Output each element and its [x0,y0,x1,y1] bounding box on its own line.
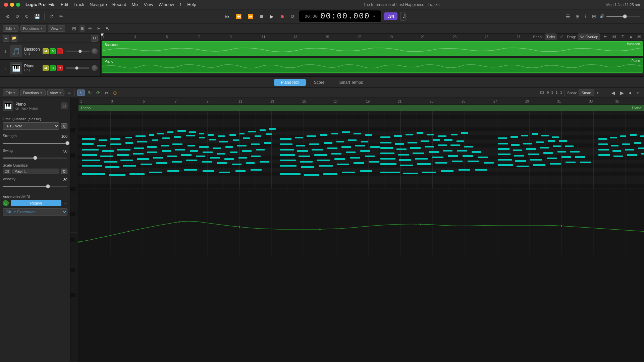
ruler-btn4[interactable]: ● [628,34,634,40]
ruler-btn1[interactable]: ⊢ [602,34,609,40]
ruler-btn5[interactable]: ○ [636,34,641,40]
velocity-slider[interactable] [3,184,67,189]
tracks-view-btn[interactable]: View ▼ [48,25,65,32]
pr-collapse-btn[interactable]: ≡ [66,89,72,97]
pr-ruler-btn1[interactable]: ⊢ [601,89,608,97]
fast-forward-btn[interactable]: ⏩ [246,13,255,20]
list-view-btn2[interactable]: ≡ [79,25,85,32]
undo-icon-btn[interactable]: ↺ [14,13,21,20]
notes-grid[interactable] [78,111,644,188]
tab-piano-roll[interactable]: Piano Roll [274,79,306,86]
add-track-btn[interactable]: + [3,35,9,42]
velocity-thumb[interactable] [46,184,50,188]
mixer-btn[interactable]: ⊞ [574,13,581,20]
pr-loop-btn[interactable]: ↻ [87,89,93,96]
pr-loop2-btn[interactable]: ⟳ [95,89,102,96]
record-btn[interactable]: ⏺ [278,13,286,20]
menu-file[interactable]: File [48,2,55,7]
swing-thumb[interactable] [33,156,37,160]
menu-help[interactable]: Help [187,2,196,7]
save-icon-btn[interactable]: 💾 [33,13,42,20]
pr-pointer-btn[interactable]: ↖ [77,89,85,96]
menu-edit[interactable]: Edit [61,2,68,7]
pencil-icon-btn[interactable]: ✏ [57,13,65,20]
metronome-button[interactable]: 𝅘𝅥𝅮 [400,12,406,21]
menu-view[interactable]: View [144,2,153,7]
time-quantize-q-btn[interactable]: Q [61,123,67,129]
piano-pan-knob[interactable] [92,65,98,71]
grid-view-btn[interactable]: ⊞ [71,25,77,32]
menu-mix[interactable]: Mix [132,2,139,7]
scissors-tool-btn[interactable]: ✂ [96,25,102,32]
automation-region-btn[interactable]: Region [11,200,61,206]
menu-record[interactable]: Record [112,2,126,7]
go-to-start-btn[interactable]: ⏮ [223,13,231,20]
pr-ruler-btn3[interactable]: ○ [635,89,641,97]
drag-select[interactable]: No Overlap [578,34,600,40]
pr-scissors-btn[interactable]: ✂ [103,89,110,96]
settings-icon-btn[interactable]: ⚙ [4,13,12,20]
volume-thumb[interactable] [623,14,627,18]
tempo-button[interactable]: ♩34 [384,12,397,20]
automation-channel-select[interactable]: Ch. 1: Expression [3,208,67,216]
stop-btn[interactable]: ⏹ [258,13,266,20]
menu-track[interactable]: Track [73,2,84,7]
pr-functions-btn[interactable]: Functions ▼ [20,89,46,96]
pointer-tool-btn[interactable]: ↖ [104,25,111,32]
collapse-btn[interactable]: ⊟ [91,35,98,42]
strength-thumb[interactable] [65,141,69,145]
tracks-functions-btn[interactable]: Functions ▼ [20,25,46,32]
pr-snap-select[interactable]: Smart [579,89,594,96]
bassoon-pan-knob[interactable] [92,48,98,54]
tracks-edit-btn[interactable]: Edit ▼ [3,25,18,32]
snap-select[interactable]: Ticks [545,34,556,40]
time-quantize-select[interactable]: 1/16 Note [3,122,59,130]
close-button[interactable] [4,3,8,7]
inspector-btn[interactable]: ℹ [583,13,588,20]
scale-quantize-q-btn[interactable]: Q [61,169,67,174]
maximize-button[interactable] [16,3,20,7]
menu-1[interactable]: 1 [179,2,182,7]
swing-slider[interactable] [3,155,67,161]
pr-dots-right[interactable]: ▶ [619,89,626,97]
tab-smart-tempo[interactable]: Smart Tempo [332,79,370,86]
bassoon-solo-btn[interactable]: S [50,48,56,54]
play-btn[interactable]: ▶ [268,13,275,20]
piano-record-btn[interactable]: R [57,65,63,71]
piano-fader-thumb[interactable] [75,66,78,70]
strength-slider[interactable] [3,140,67,146]
pr-track-settings-btn[interactable]: ⊟ [61,103,67,109]
cycle-btn[interactable]: ↺ [289,13,296,20]
bassoon-fader-thumb[interactable] [78,50,82,53]
bassoon-region[interactable]: Bassoon Bassoon [102,41,643,56]
piano-solo-btn[interactable]: S [50,65,56,71]
bassoon-fader-track[interactable] [66,51,90,52]
pr-view-btn[interactable]: View ▼ [47,89,65,96]
piano-mute-btn[interactable]: M [43,65,49,71]
snap-icon-btn[interactable]: ⤢ [558,34,565,40]
tab-score[interactable]: Score [307,79,331,86]
sidebar-btn[interactable]: ⊟ [590,13,598,20]
menu-window[interactable]: Window [159,2,174,7]
list-view-btn[interactable]: ☰ [564,13,572,20]
ruler-btn2[interactable]: ⊣ [611,34,618,40]
piano-fader-track[interactable] [66,67,90,69]
pr-ruler-btn2[interactable]: ● [627,89,633,97]
redo-icon-btn[interactable]: ↻ [23,13,31,20]
folder-btn[interactable]: 📁 [11,35,17,42]
bassoon-record-btn[interactable] [57,48,63,54]
automation-arrow[interactable]: → [63,201,67,205]
automation-power-btn[interactable]: ⏻ [3,200,9,206]
metronome-icon-btn[interactable]: ⏱ [47,13,55,20]
minimize-button[interactable] [10,3,14,7]
transport-display[interactable]: 00:00 00:00.000 ▼ [299,10,381,22]
menu-navigate[interactable]: Navigate [90,2,107,7]
pr-edit-btn[interactable]: Edit ▼ [3,89,18,96]
pr-dots-left[interactable]: ◀ [610,89,617,97]
pr-glue-btn[interactable]: ⊕ [112,89,118,96]
scale-quantize-off-btn[interactable]: Off [3,169,11,174]
piano-region[interactable]: Piano Piano [102,58,643,73]
rewind-btn[interactable]: ⏪ [234,13,243,20]
pencil-tool-btn[interactable]: ✏ [87,25,94,32]
bassoon-mute-btn[interactable]: M [43,48,49,54]
